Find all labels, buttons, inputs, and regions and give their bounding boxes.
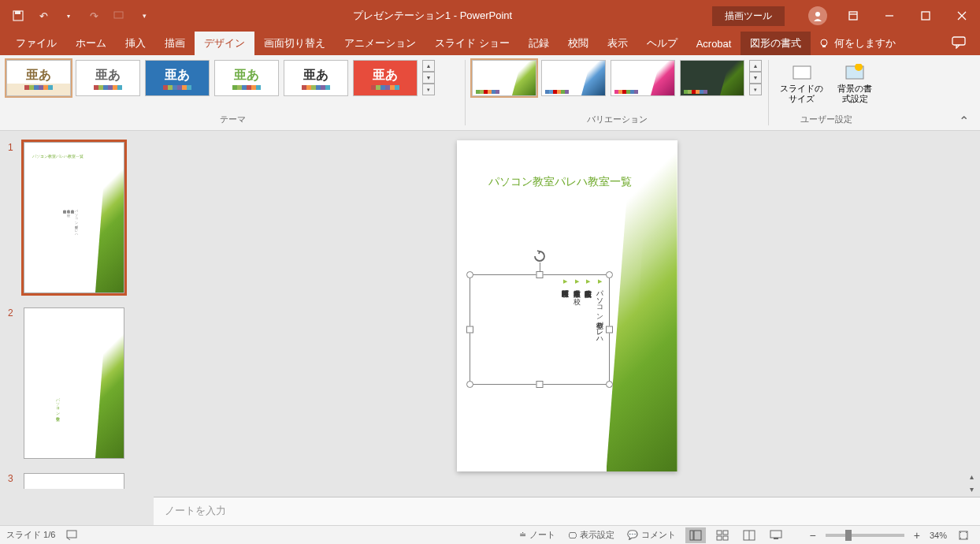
thumbnail-slide[interactable]: パソコン教室	[24, 307, 124, 459]
save-icon[interactable]	[9, 7, 27, 24]
qat-customize-icon[interactable]: ▾	[135, 7, 153, 24]
svg-rect-1	[15, 11, 20, 14]
resize-handle[interactable]	[536, 381, 543, 388]
gallery-up-icon[interactable]: ▲	[422, 60, 435, 72]
theme-thumbnail[interactable]: 亜あ	[353, 60, 418, 96]
thumbnail-slide[interactable]: パソコン教室パレハ教室一覧 パソコン教室パレハ 広島市安佐南区緑井校 広島市中区…	[24, 142, 124, 293]
tab-acrobat[interactable]: Acrobat	[687, 33, 741, 54]
gallery-more-icon[interactable]: ▾	[749, 84, 762, 95]
tell-me-label: 何をしますか	[834, 36, 896, 50]
comment-icon: 💬	[627, 530, 638, 540]
thumbnail-item[interactable]: 3	[0, 470, 154, 500]
rotate-handle-icon[interactable]	[532, 248, 548, 264]
maximize-icon[interactable]	[908, 0, 944, 32]
tab-home[interactable]: ホーム	[66, 32, 116, 55]
slideshow-view-icon[interactable]	[766, 527, 786, 543]
ribbon-group-themes: 亜あ 亜あ 亜あ 亜あ 亜あ 亜あ ▲▼▾ テーマ	[0, 55, 465, 130]
themes-gallery-spinner[interactable]: ▲▼▾	[422, 60, 435, 95]
resize-handle[interactable]	[606, 271, 613, 278]
thumbnail-item[interactable]: 2 パソコン教室	[0, 304, 154, 470]
undo-dropdown-icon[interactable]: ▾	[60, 7, 77, 24]
thumbnail-panel[interactable]: 1 パソコン教室パレハ教室一覧 パソコン教室パレハ 広島市安佐南区緑井校 広島市…	[0, 131, 154, 525]
theme-thumbnail[interactable]: 亜あ	[214, 60, 279, 96]
thumbnail-item[interactable]: 1 パソコン教室パレハ教室一覧 パソコン教室パレハ 広島市安佐南区緑井校 広島市…	[0, 139, 154, 304]
resize-handle[interactable]	[536, 271, 543, 278]
notes-pane[interactable]: ノートを入力	[154, 497, 980, 525]
gallery-down-icon[interactable]: ▼	[749, 72, 762, 84]
zoom-slider[interactable]	[826, 534, 904, 537]
svg-rect-7	[922, 12, 930, 20]
redo-icon[interactable]: ↷	[85, 7, 102, 24]
user-avatar[interactable]	[808, 6, 827, 25]
close-icon[interactable]	[944, 0, 980, 32]
minimize-icon[interactable]	[871, 0, 908, 32]
zoom-out-icon[interactable]: −	[807, 529, 819, 542]
variation-thumbnail[interactable]	[541, 60, 606, 96]
theme-thumbnail[interactable]: 亜あ	[6, 60, 71, 96]
tab-review[interactable]: 校閲	[559, 32, 598, 55]
svg-rect-13	[793, 66, 811, 79]
resize-handle[interactable]	[466, 381, 473, 388]
theme-thumbnail[interactable]: 亜あ	[145, 60, 210, 96]
lightbulb-icon	[819, 38, 830, 49]
theme-thumbnail[interactable]: 亜あ	[284, 60, 348, 96]
svg-rect-18	[690, 531, 693, 540]
tab-animations[interactable]: アニメーション	[335, 32, 425, 55]
slide-title[interactable]: パソコン教室パレハ教室一覧	[488, 175, 632, 189]
slide-decoration	[607, 140, 677, 471]
slide-canvas[interactable]: パソコン教室パレハ教室一覧 ▶パソコン教室パレハ ▶広島	[154, 131, 980, 497]
gallery-more-icon[interactable]: ▾	[422, 84, 435, 95]
prev-slide-icon[interactable]: ▴	[964, 470, 978, 483]
tab-design[interactable]: デザイン	[195, 32, 254, 55]
spellcheck-icon[interactable]	[66, 529, 79, 542]
resize-handle[interactable]	[466, 326, 473, 333]
ribbon-group-customize: スライドの サイズ 背景の書 式設定 ユーザー設定	[769, 55, 883, 130]
thumbnail-slide[interactable]	[24, 473, 124, 489]
tab-transitions[interactable]: 画面切り替え	[254, 32, 335, 55]
canvas-scrollbar[interactable]	[964, 131, 978, 497]
variation-thumbnail[interactable]	[611, 60, 675, 96]
tab-view[interactable]: 表示	[598, 32, 637, 55]
zoom-slider-thumb[interactable]	[845, 530, 852, 541]
tab-insert[interactable]: 挿入	[116, 32, 155, 55]
reading-view-icon[interactable]	[739, 527, 759, 543]
tab-draw[interactable]: 描画	[155, 32, 195, 55]
start-from-beginning-icon[interactable]	[110, 7, 128, 24]
gallery-down-icon[interactable]: ▼	[422, 72, 435, 84]
resize-handle[interactable]	[466, 271, 473, 278]
slide[interactable]: パソコン教室パレハ教室一覧 ▶パソコン教室パレハ ▶広島	[457, 140, 677, 471]
collapse-ribbon-icon[interactable]: ⌃	[948, 112, 980, 130]
slide-sorter-view-icon[interactable]	[712, 527, 733, 543]
zoom-in-icon[interactable]: +	[911, 529, 923, 542]
tab-slideshow[interactable]: スライド ショー	[425, 32, 519, 55]
resize-handle[interactable]	[606, 381, 613, 388]
format-background-button[interactable]: 背景の書 式設定	[833, 60, 877, 106]
slide-size-button[interactable]: スライドの サイズ	[775, 60, 828, 106]
tab-file[interactable]: ファイル	[6, 32, 66, 55]
textbox-content[interactable]: ▶パソコン教室パレハ ▶広島市安佐南区緑井校 ▶広島市中区本通り校 ▶静岡県駿河…	[560, 278, 606, 340]
share-comment-icon[interactable]	[952, 36, 974, 51]
selected-textbox[interactable]: ▶パソコン教室パレハ ▶広島市安佐南区緑井校 ▶広島市中区本通り校 ▶静岡県駿河…	[470, 274, 610, 385]
tab-help[interactable]: ヘルプ	[637, 32, 687, 55]
variation-thumbnail[interactable]	[472, 60, 536, 96]
undo-icon[interactable]: ↶	[35, 7, 52, 24]
gallery-up-icon[interactable]: ▲	[749, 60, 762, 72]
normal-view-icon[interactable]	[685, 527, 706, 543]
zoom-percentage[interactable]: 34%	[930, 531, 947, 540]
comments-button[interactable]: 💬コメント	[624, 527, 679, 542]
svg-rect-12	[952, 37, 965, 45]
tab-record[interactable]: 記録	[519, 32, 559, 55]
svg-point-3	[815, 12, 820, 17]
format-background-icon	[844, 61, 866, 84]
variations-gallery-spinner[interactable]: ▲▼▾	[749, 60, 762, 95]
ribbon-display-options-icon[interactable]	[835, 0, 871, 32]
tab-format[interactable]: 図形の書式	[741, 32, 811, 55]
theme-thumbnail[interactable]: 亜あ	[76, 60, 140, 96]
tell-me-search[interactable]: 何をしますか	[819, 36, 896, 50]
resize-handle[interactable]	[606, 326, 613, 333]
display-settings-button[interactable]: 🖵表示設定	[565, 527, 618, 542]
notes-button[interactable]: ≐ノート	[516, 527, 559, 542]
variation-thumbnail[interactable]	[680, 60, 744, 96]
next-slide-icon[interactable]: ▾	[964, 483, 978, 495]
fit-to-window-icon[interactable]	[953, 527, 974, 543]
